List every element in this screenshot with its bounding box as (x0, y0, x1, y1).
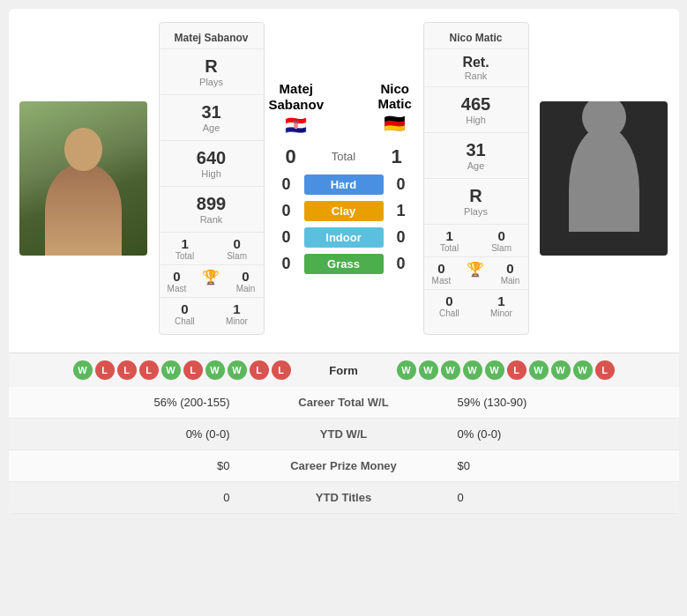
player2-ytd-wl: 0% (0-0) (444, 419, 679, 450)
form-label: Form (309, 364, 379, 377)
career-wl-label: Career Total W/L (243, 387, 444, 419)
form-section: WLLLWLWWLL Form WWWWWLWWWL (9, 353, 679, 387)
player2-chall-label: Chall (439, 308, 459, 318)
player1-form: WLLLWLWWLL (18, 360, 309, 380)
player1-plays-value: R (205, 56, 217, 77)
player2-career-wl: 59% (130-90) (444, 387, 679, 419)
hard-right: 0 (384, 175, 419, 194)
form-badge-w: W (419, 360, 438, 380)
ytd-titles-label: YTD Titles (243, 482, 444, 514)
player1-flag: 🇭🇷 (269, 115, 325, 136)
form-badge-l: L (95, 360, 115, 380)
player2-minor-label: Minor (490, 308, 512, 318)
player1-name-header: Matej Sabanov 🇭🇷 (269, 81, 325, 136)
player1-mast: 0 Mast (168, 269, 187, 293)
player1-slam-value: 0 (233, 236, 240, 251)
form-badge-w: W (397, 360, 416, 380)
player2-stats-card: Nico Matic Ret. Rank 465 High 31 Age R P… (423, 22, 529, 335)
player1-ytd-titles: 0 (9, 482, 243, 514)
clay-row: 0 Clay 1 (269, 201, 419, 221)
form-badge-l: L (507, 360, 526, 380)
player2-silhouette (569, 126, 639, 232)
player2-slam-label: Slam (491, 243, 512, 253)
player1-high: 640High (160, 141, 264, 187)
player1-minor: 1 Minor (226, 301, 248, 326)
ytd-wl-label: YTD W/L (243, 419, 444, 450)
player1-ytd-wl: 0% (0-0) (9, 419, 243, 450)
player1-age-value: 31 (201, 102, 220, 122)
player2-name-card: Nico Matic (424, 27, 528, 49)
player2-main-value: 0 (506, 261, 513, 276)
player1-stats-card: Matej SabanovRPlays31Age640High899Rank 1… (159, 22, 265, 335)
player2-rank-label: Rank (465, 71, 488, 81)
player1-rank: 899Rank (160, 187, 264, 233)
player2-mast-label: Mast (432, 276, 452, 286)
form-badge-l: L (595, 360, 615, 380)
main-container: Matej SabanovRPlays31Age640High899Rank 1… (9, 9, 679, 514)
player1-high-value: 640 (197, 148, 226, 168)
indoor-row: 0 Indoor 0 (269, 227, 419, 248)
player1-total-value: 1 (181, 236, 188, 251)
player1-trophy-icon: 🏆 (202, 269, 220, 293)
player2-rank: Ret. Rank (424, 49, 528, 87)
ytd-wl-row: 0% (0-0) YTD W/L 0% (0-0) (9, 419, 679, 450)
player2-total-value: 1 (445, 228, 452, 243)
indoor-badge: Indoor (304, 227, 384, 248)
player1-slam: 0 Slam (227, 236, 247, 261)
player2-minor-value: 1 (497, 293, 504, 308)
player1-main-label: Main (236, 284, 256, 293)
hard-row: 0 Hard 0 (269, 174, 419, 195)
form-badge-w: W (73, 360, 93, 380)
player1-career-wl: 56% (200-155) (9, 387, 243, 419)
ytd-titles-row: 0 YTD Titles 0 (9, 482, 679, 514)
grass-row: 0 Grass 0 (269, 254, 419, 274)
player1-mast-value: 0 (173, 269, 180, 284)
player1-minor-value: 1 (233, 301, 240, 316)
player1-high-label: High (201, 168, 221, 179)
grass-badge: Grass (304, 254, 384, 274)
player2-total-slam-row: 1 Total 0 Slam (424, 225, 528, 257)
player1-minor-label: Minor (226, 316, 248, 326)
player1-age-label: Age (203, 122, 220, 133)
player2-rank-value: Ret. (462, 55, 489, 71)
prize-row: $0 Career Prize Money $0 (9, 450, 679, 482)
player2-total: 1 Total (440, 228, 459, 253)
player-names-header: Matej Sabanov 🇭🇷 Nico Matic 🇩🇪 (269, 81, 419, 136)
player2-flag: 🇩🇪 (371, 113, 419, 134)
player2-high-value: 465 (461, 94, 490, 115)
form-badge-l: L (272, 360, 291, 380)
player2-photo (540, 101, 668, 256)
player1-photo (19, 101, 147, 256)
form-badge-w: W (161, 360, 181, 380)
player1-total-slam-row: 1 Total 0 Slam (160, 233, 264, 265)
total-label: Total (309, 150, 379, 163)
form-badge-l: L (139, 360, 159, 380)
player2-plays-value: R (469, 186, 482, 206)
player1-total: 1 Total (175, 236, 194, 261)
top-section: Matej SabanovRPlays31Age640High899Rank 1… (9, 9, 679, 348)
player2-age: 31 Age (424, 133, 528, 179)
player2-photo-container (529, 18, 679, 339)
form-badge-w: W (551, 360, 571, 380)
player2-name-header: Nico Matic 🇩🇪 (371, 81, 419, 136)
form-badge-l: L (183, 360, 203, 380)
player2-main-label: Main (501, 276, 520, 286)
player1-rank-value: 899 (197, 194, 226, 214)
player2-total-label: Total (440, 243, 459, 253)
stats-table: 56% (200-155) Career Total W/L 59% (130-… (9, 387, 679, 514)
clay-right: 1 (384, 202, 419, 220)
hard-left: 0 (269, 175, 304, 194)
player2-mast-value: 0 (437, 261, 444, 276)
clay-badge: Clay (304, 201, 384, 221)
player2-age-label: Age (467, 160, 485, 171)
total-row: 0 Total 1 (269, 145, 419, 168)
player2-slam-value: 0 (497, 228, 504, 243)
player1-plays-label: Plays (199, 77, 223, 87)
player2-minor: 1 Minor (490, 293, 512, 318)
center-section: Matej Sabanov 🇭🇷 Nico Matic 🇩🇪 0 Total 1… (265, 18, 423, 339)
player2-mast-main-row: 0 Mast 🏆 0 Main (424, 257, 528, 290)
form-badge-w: W (573, 360, 593, 380)
player2-mast: 0 Mast (432, 261, 452, 286)
player2-high: 465 High (424, 87, 528, 133)
player1-mast-label: Mast (168, 284, 187, 293)
